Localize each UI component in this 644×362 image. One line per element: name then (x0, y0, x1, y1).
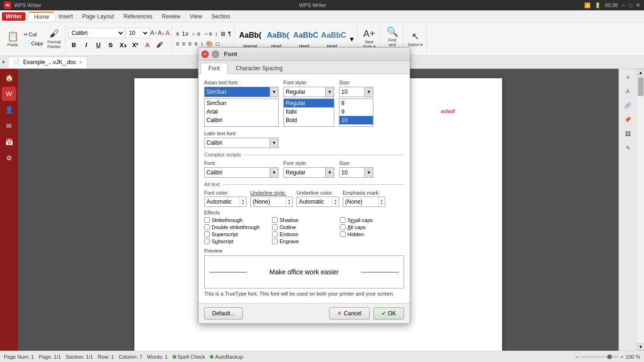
superscript-checkbox[interactable] (204, 231, 210, 237)
tab-character-spacing[interactable]: Character Spacing (228, 63, 290, 74)
zoom-in-button[interactable]: + (620, 354, 623, 360)
complex-style-dropdown[interactable]: ▼ (326, 167, 334, 178)
outline-checkbox[interactable] (272, 224, 278, 230)
double-strikethrough-checkbox[interactable] (204, 224, 210, 230)
right-icon-5[interactable]: 🖼 (621, 127, 635, 140)
show-hide-button[interactable]: ¶ (227, 30, 232, 38)
dialog-minimize-button[interactable]: ─ (212, 50, 219, 58)
asian-font-item-simsun[interactable]: SimSun (205, 99, 278, 107)
ok-button[interactable]: ✔ OK (373, 307, 404, 320)
paste-button[interactable]: 📋 Paste (4, 26, 22, 52)
small-caps-checkbox[interactable] (340, 217, 346, 223)
minimize-icon[interactable]: ─ (622, 2, 626, 8)
asian-font-item-arial[interactable]: Arial (205, 107, 278, 116)
size-input[interactable] (339, 87, 365, 97)
effect-emboss[interactable]: Emboss (272, 231, 336, 237)
right-icon-1[interactable]: ≡ (621, 71, 635, 84)
close-icon[interactable]: ✕ (636, 2, 640, 8)
complex-size-dropdown[interactable]: ▼ (365, 167, 373, 178)
effect-engrave[interactable]: Engrave (272, 239, 336, 244)
complex-font-input[interactable] (204, 167, 270, 178)
table-button[interactable]: ⊞ (220, 30, 226, 38)
scroll-down-button[interactable]: ▼ (637, 343, 644, 351)
latin-font-dropdown[interactable]: ▼ (270, 138, 279, 148)
numbering-button[interactable]: 1≡ (181, 30, 190, 38)
font-name-select[interactable]: Calibri (68, 28, 125, 38)
emphasis-mark-arrows[interactable]: ▲ ▼ (378, 197, 385, 206)
copy-button[interactable]: 📄 Copy (23, 40, 44, 48)
effect-shadow[interactable]: Shadow (272, 217, 336, 223)
underline-color-up[interactable]: ▲ (332, 198, 339, 202)
new-tab-icon[interactable]: + (2, 59, 5, 66)
writer-button[interactable]: Writer (2, 12, 25, 21)
font-color-up[interactable]: ▲ (240, 198, 246, 202)
doc-tab-close[interactable]: × (79, 60, 82, 65)
style-italic[interactable]: Italic (284, 107, 334, 116)
underline-button[interactable]: U (93, 40, 104, 50)
menu-view[interactable]: View (185, 12, 207, 21)
effect-strikethrough[interactable]: Strikethrough (204, 217, 268, 223)
asian-font-item-calibri[interactable]: Calibri (205, 116, 278, 124)
strikethrough-button[interactable]: S (105, 40, 116, 50)
emphasis-mark-up[interactable]: ▲ (379, 198, 385, 202)
effect-small-caps[interactable]: Small caps (340, 217, 404, 223)
align-center-button[interactable]: ≡ (181, 40, 186, 48)
scroll-area[interactable]: ▲ ▼ (636, 69, 644, 351)
font-color-arrows[interactable]: ▲ ▼ (239, 197, 246, 206)
sidebar-writer-icon[interactable]: W (2, 87, 16, 101)
bold-button[interactable]: B (68, 40, 80, 50)
format-painter-button[interactable]: 🖌 Format Painter (45, 26, 63, 52)
underline-color-down[interactable]: ▼ (332, 202, 339, 205)
effect-hidden[interactable]: Hidden (340, 231, 404, 237)
font-color-button[interactable]: A (142, 40, 153, 50)
size-8[interactable]: 8 (339, 99, 373, 107)
indent-left-button[interactable]: ←≡ (190, 30, 201, 38)
asian-font-dropdown[interactable]: ▼ (270, 87, 279, 97)
font-shrink-button[interactable]: A↓ (158, 30, 165, 36)
scroll-track[interactable] (637, 76, 644, 343)
size-dropdown[interactable]: ▼ (365, 87, 373, 97)
underline-color-select[interactable]: Automatic ▲ ▼ (297, 197, 339, 207)
effect-outline[interactable]: Outline (272, 224, 336, 230)
align-right-button[interactable]: ≡ (187, 40, 192, 48)
menu-references[interactable]: References (119, 12, 157, 21)
scroll-thumb[interactable] (638, 77, 644, 96)
font-style-list[interactable]: Regular Italic Bold (283, 99, 334, 127)
default-button[interactable]: Default... (204, 307, 243, 320)
latin-font-input[interactable] (204, 138, 270, 148)
align-left-button[interactable]: ≡ (175, 40, 180, 48)
justify-button[interactable]: ≡ (193, 40, 198, 48)
engrave-checkbox[interactable] (272, 239, 278, 244)
font-style-input[interactable] (283, 87, 326, 97)
scroll-up-button[interactable]: ▲ (637, 69, 644, 76)
menu-insert[interactable]: Insert (54, 12, 77, 21)
effect-superscript[interactable]: Superscript (204, 231, 268, 237)
complex-style-input[interactable] (283, 167, 326, 178)
emboss-checkbox[interactable] (272, 231, 278, 237)
size-9[interactable]: 9 (339, 107, 373, 116)
font-style-dropdown[interactable]: ▼ (326, 87, 334, 97)
sidebar-mail-icon[interactable]: ✉ (2, 119, 16, 133)
font-size-select[interactable]: 10 (126, 28, 149, 38)
underline-style-down[interactable]: ▼ (286, 202, 292, 205)
effect-double-strikethrough[interactable]: Double strikethrough (204, 224, 268, 230)
sidebar-contacts-icon[interactable]: 👤 (2, 103, 16, 117)
complex-size-input[interactable] (339, 167, 365, 178)
sidebar-calendar-icon[interactable]: 📅 (2, 135, 16, 149)
subscript-checkbox[interactable] (204, 239, 210, 244)
right-icon-4[interactable]: 📌 (621, 113, 635, 126)
right-icon-6[interactable]: ✎ (621, 141, 635, 155)
menu-page-layout[interactable]: Page Layout (77, 12, 118, 21)
document-tab[interactable]: 📄 Example_...vJK_.doc × (8, 57, 87, 68)
underline-style-up[interactable]: ▲ (286, 198, 292, 202)
style-bold[interactable]: Bold (284, 116, 334, 124)
menu-home[interactable]: Home (29, 12, 54, 21)
superscript-button[interactable]: X² (130, 40, 141, 50)
asian-font-input[interactable] (204, 87, 270, 97)
shadow-checkbox[interactable] (272, 217, 278, 223)
right-icon-3[interactable]: 🔗 (621, 99, 635, 112)
underline-style-select[interactable]: (None) ▲ ▼ (250, 197, 293, 207)
strikethrough-checkbox[interactable] (204, 217, 210, 223)
effect-all-caps[interactable]: All caps (340, 224, 404, 230)
zoom-thumb[interactable] (607, 354, 612, 359)
